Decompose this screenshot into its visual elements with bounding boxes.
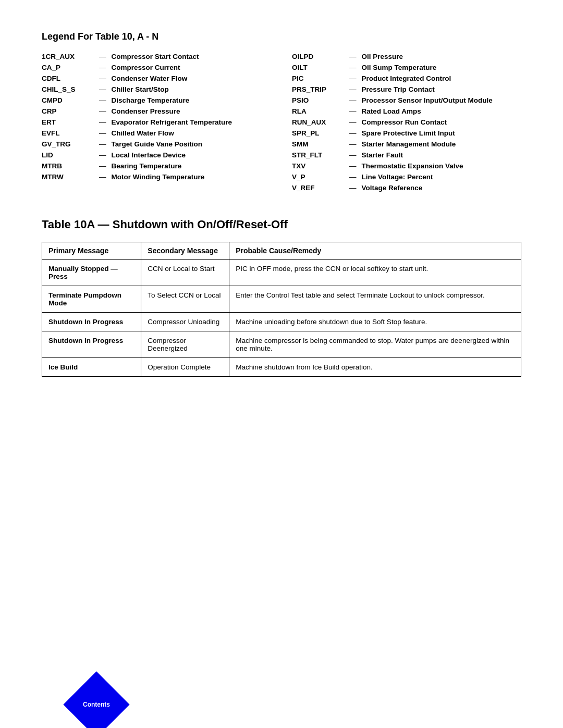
legend-row: PSIO — Processor Sensor Input/Output Mod… — [292, 96, 521, 104]
primary-message-cell: Ice Build — [42, 358, 141, 377]
table-row: Terminate Pumpdown ModeTo Select CCN or … — [42, 286, 521, 313]
legend-desc: Discharge Temperature — [112, 96, 190, 104]
legend-title: Legend For Table 10, A - N — [42, 31, 521, 42]
legend-row: RUN_AUX — Compressor Run Contact — [292, 118, 521, 126]
legend-code: PRS_TRIP — [292, 85, 344, 93]
legend-row: TXV — Thermostatic Expansion Valve — [292, 162, 521, 170]
table-row: Shutdown In ProgressCompressor Unloading… — [42, 313, 521, 331]
legend-section: Legend For Table 10, A - N 1CR_AUX — Com… — [42, 31, 521, 192]
legend-desc: Compressor Current — [112, 64, 180, 71]
legend-row: OILPD — Oil Pressure — [292, 53, 521, 60]
legend-desc: Rated Load Amps — [362, 107, 421, 115]
legend-desc: Line Voltage: Percent — [362, 173, 433, 181]
legend-dash: — — [99, 151, 106, 159]
legend-dash: — — [99, 173, 106, 181]
legend-dash: — — [349, 53, 357, 60]
legend-code: CHIL_S_S — [42, 85, 94, 93]
secondary-message-cell: To Select CCN or Local — [141, 286, 229, 313]
legend-desc: Spare Protective Limit Input — [362, 129, 455, 137]
legend-col-right: OILPD — Oil Pressure OILT — Oil Sump Tem… — [292, 53, 521, 192]
legend-dash: — — [349, 140, 357, 148]
legend-code: CDFL — [42, 75, 94, 82]
legend-row: PIC — Product Integrated Control — [292, 75, 521, 82]
legend-code: SPR_PL — [292, 129, 344, 137]
legend-desc: Condenser Water Flow — [112, 75, 188, 82]
legend-desc: Thermostatic Expansion Valve — [362, 162, 463, 170]
table-row: Manually Stopped — PressCCN or Local to … — [42, 260, 521, 286]
legend-dash: — — [349, 173, 357, 181]
table-body: Manually Stopped — PressCCN or Local to … — [42, 260, 521, 377]
secondary-message-cell: Compressor Deenergized — [141, 331, 229, 358]
legend-row: CDFL — Condenser Water Flow — [42, 75, 271, 82]
legend-dash: — — [99, 129, 106, 137]
legend-row: 1CR_AUX — Compressor Start Contact — [42, 53, 271, 60]
legend-row: V_P — Line Voltage: Percent — [292, 173, 521, 181]
primary-message-cell: Shutdown In Progress — [42, 313, 141, 331]
legend-code: OILT — [292, 64, 344, 71]
legend-code: OILPD — [292, 53, 344, 60]
legend-dash: — — [99, 75, 106, 82]
legend-col-left: 1CR_AUX — Compressor Start Contact CA_P … — [42, 53, 271, 192]
legend-code: MTRB — [42, 162, 94, 170]
legend-code: CMPD — [42, 96, 94, 104]
primary-message-cell: Shutdown In Progress — [42, 331, 141, 358]
legend-code: SMM — [292, 140, 344, 148]
legend-desc: Bearing Temperature — [112, 162, 182, 170]
legend-row: GV_TRG — Target Guide Vane Position — [42, 140, 271, 148]
legend-desc: Motor Winding Temperature — [112, 173, 205, 181]
legend-code: ERT — [42, 118, 94, 126]
legend-dash: — — [349, 129, 357, 137]
legend-code: EVFL — [42, 129, 94, 137]
legend-code: STR_FLT — [292, 151, 344, 159]
legend-code: CRP — [42, 107, 94, 115]
legend-code: MTRW — [42, 173, 94, 181]
legend-row: OILT — Oil Sump Temperature — [292, 64, 521, 71]
table-header-cell: Primary Message — [42, 242, 141, 260]
table-section: Table 10A — Shutdown with On/Off/Reset-O… — [42, 218, 521, 377]
legend-dash: — — [99, 118, 106, 126]
legend-row: STR_FLT — Starter Fault — [292, 151, 521, 159]
legend-desc: Processor Sensor Input/Output Module — [362, 96, 493, 104]
legend-row: SMM — Starter Management Module — [292, 140, 521, 148]
legend-desc: Oil Pressure — [362, 53, 403, 60]
legend-dash: — — [349, 75, 357, 82]
legend-desc: Product Integrated Control — [362, 75, 451, 82]
table-row: Ice BuildOperation CompleteMachine shutd… — [42, 358, 521, 377]
legend-desc: Pressure Trip Contact — [362, 85, 435, 93]
contents-diamond-button[interactable]: Contents — [63, 671, 129, 728]
legend-row: CA_P — Compressor Current — [42, 64, 271, 71]
remedy-cell: Enter the Control Test table and select … — [229, 286, 521, 313]
legend-dash: — — [349, 118, 357, 126]
remedy-cell: Machine compressor is being commanded to… — [229, 331, 521, 358]
legend-code: RUN_AUX — [292, 118, 344, 126]
page-wrapper: Legend For Table 10, A - N 1CR_AUX — Com… — [42, 31, 521, 728]
primary-message-cell: Manually Stopped — Press — [42, 260, 141, 286]
legend-desc: Voltage Reference — [362, 184, 423, 192]
secondary-message-cell: Compressor Unloading — [141, 313, 229, 331]
legend-row: CMPD — Discharge Temperature — [42, 96, 271, 104]
legend-row: EVFL — Chilled Water Flow — [42, 129, 271, 137]
legend-desc: Target Guide Vane Position — [112, 140, 203, 148]
legend-row: CHIL_S_S — Chiller Start/Stop — [42, 85, 271, 93]
legend-code: CA_P — [42, 64, 94, 71]
legend-desc: Chilled Water Flow — [112, 129, 174, 137]
legend-code: PIC — [292, 75, 344, 82]
legend-row: V_REF — Voltage Reference — [292, 184, 521, 192]
legend-desc: Oil Sump Temperature — [362, 64, 437, 71]
legend-dash: — — [99, 140, 106, 148]
legend-code: TXV — [292, 162, 344, 170]
table-row: Shutdown In ProgressCompressor Deenergiz… — [42, 331, 521, 358]
legend-row: ERT — Evaporator Refrigerant Temperature — [42, 118, 271, 126]
contents-button-container[interactable]: Contents — [73, 681, 120, 728]
legend-dash: — — [349, 64, 357, 71]
remedy-cell: Machine unloading before shutdown due to… — [229, 313, 521, 331]
primary-message-cell: Terminate Pumpdown Mode — [42, 286, 141, 313]
legend-desc: Compressor Run Contact — [362, 118, 447, 126]
legend-dash: — — [99, 107, 106, 115]
legend-row: PRS_TRIP — Pressure Trip Contact — [292, 85, 521, 93]
table-header-cell: Secondary Message — [141, 242, 229, 260]
legend-dash: — — [349, 184, 357, 192]
legend-code: V_REF — [292, 184, 344, 192]
legend-dash: — — [99, 53, 106, 60]
legend-desc: Starter Management Module — [362, 140, 456, 148]
